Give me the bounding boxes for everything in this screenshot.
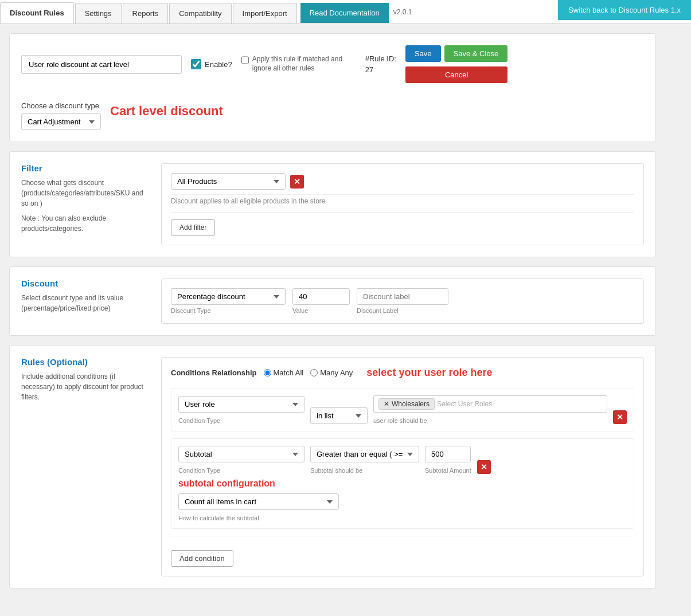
enable-group: Enable?: [191, 59, 232, 69]
condition2-type-select[interactable]: Subtotal User role Total Cart items coun…: [178, 446, 304, 462]
condition2-remove-button[interactable]: ✕: [477, 460, 491, 474]
condition2-operator-select[interactable]: Greater than or equal ( >= ) Less than (…: [310, 446, 419, 462]
conditions-rel-label: Conditions Relationship: [171, 368, 257, 377]
discount-type-group: Choose a discount type Cart Adjustment P…: [21, 101, 101, 130]
discount-label-field-label: Discount Label: [357, 307, 448, 314]
discount-type-select[interactable]: Cart Adjustment Product Discount Buy X G…: [21, 113, 101, 130]
nav-tab-settings[interactable]: Settings: [75, 3, 122, 23]
discount-value-input[interactable]: [292, 288, 350, 305]
match-all-radio-group: Match All: [264, 368, 304, 377]
calc-label: How to calculate the subtotal: [178, 515, 627, 521]
match-all-radio[interactable]: [264, 369, 271, 376]
condition-2-block: Subtotal User role Total Cart items coun…: [171, 438, 634, 529]
many-any-radio[interactable]: [310, 369, 318, 376]
condition1-tag-input[interactable]: ✕ Wholesalers Select User Roles: [373, 395, 607, 413]
discount-type-label: Choose a discount type: [21, 101, 101, 110]
rule-id-label: #Rule ID:: [365, 54, 396, 63]
cond2-operator-label: Subtotal should be: [310, 467, 419, 474]
rule-id-value: 27: [365, 65, 373, 74]
filter-card: Filter Choose what gets discount (produc…: [9, 151, 656, 257]
discount-value-label: Value: [292, 307, 350, 314]
nav-tab-reports[interactable]: Reports: [123, 3, 169, 23]
condition1-remove-button[interactable]: ✕: [613, 410, 627, 424]
cart-level-title: Cart level discount: [110, 104, 223, 119]
discount-card: Discount Select discount type and its va…: [9, 266, 656, 336]
rule-id-group: #Rule ID: 27: [365, 54, 396, 74]
version-label: v2.0.1: [393, 8, 412, 16]
cond1-type-label: Condition Type: [178, 417, 304, 424]
discount-type-field-label: Discount Type: [171, 307, 286, 314]
add-filter-button[interactable]: Add filter: [171, 219, 215, 236]
read-doc-button[interactable]: Read Documentation: [300, 3, 389, 23]
calc-select[interactable]: Count all items in cart Sum of item pric…: [178, 493, 339, 510]
filter-note: Note : You can also exclude products/cat…: [21, 213, 147, 234]
rule-name-input[interactable]: [21, 55, 182, 74]
filter-applies-desc: Discount applies to all eligible product…: [171, 194, 634, 205]
nav-tab-compatibility[interactable]: Compatibility: [169, 3, 231, 23]
cond2-type-label: Condition Type: [178, 467, 304, 474]
apply-rule-checkbox[interactable]: [241, 55, 249, 65]
match-all-label: Match All: [274, 368, 304, 377]
filter-remove-button[interactable]: ✕: [290, 175, 304, 189]
rules-desc: Include additional conditions (if necess…: [21, 371, 147, 402]
condition2-amount-input[interactable]: [425, 446, 471, 462]
wholesalers-tag: ✕ Wholesalers: [378, 398, 435, 410]
rule-header-card: Enable? Apply this rule if matched and i…: [9, 33, 656, 142]
discount-type-select[interactable]: Percentage discount Price discount Fixed…: [171, 288, 286, 305]
apply-rule-label: Apply this rule if matched and ignore al…: [252, 55, 356, 73]
condition-1-block: User role Subtotal Total Cart items coun…: [171, 388, 634, 431]
rules-card: Rules (Optional) Include additional cond…: [9, 345, 656, 588]
rules-section-title: Rules (Optional): [21, 357, 147, 367]
condition1-type-select[interactable]: User role Subtotal Total Cart items coun…: [178, 396, 304, 413]
conditions-rel-row: Conditions Relationship Match All Many A…: [171, 367, 634, 379]
switch-back-button[interactable]: Switch back to Discount Rules 1.x: [558, 0, 691, 20]
filter-section-title: Filter: [21, 163, 147, 173]
tag-placeholder: Select User Roles: [437, 400, 492, 408]
nav-tab-import-export[interactable]: Import/Export: [233, 3, 297, 23]
discount-section-title: Discount: [21, 278, 147, 288]
save-close-button[interactable]: Save & Close: [444, 45, 508, 62]
filter-product-select[interactable]: All Products Specific Products Product C…: [171, 173, 286, 190]
enable-checkbox[interactable]: [191, 59, 201, 69]
filter-desc: Choose what gets discount (products/cate…: [21, 178, 147, 209]
cancel-button[interactable]: Cancel: [405, 66, 507, 83]
discount-desc: Select discount type and its value (perc…: [21, 293, 147, 313]
save-button[interactable]: Save: [405, 45, 441, 62]
nav-tab-discount-rules[interactable]: Discount Rules: [0, 2, 74, 23]
cond2-amount-label: Subtotal Amount: [425, 467, 471, 474]
many-any-label: Many Any: [320, 368, 353, 377]
apply-group: Apply this rule if matched and ignore al…: [241, 55, 356, 73]
user-role-hint: select your user role here: [366, 367, 492, 379]
top-nav: Discount Rules Settings Reports Compatib…: [0, 0, 691, 24]
condition1-operator-select[interactable]: in list not in list: [310, 407, 368, 424]
subtotal-hint: subtotal configuration: [178, 478, 627, 489]
enable-label: Enable?: [205, 60, 232, 69]
add-condition-button[interactable]: Add condition: [171, 550, 233, 567]
cond1-value-label: user role should be: [373, 417, 607, 424]
discount-label-input[interactable]: [357, 288, 448, 305]
many-any-radio-group: Many Any: [310, 368, 353, 377]
